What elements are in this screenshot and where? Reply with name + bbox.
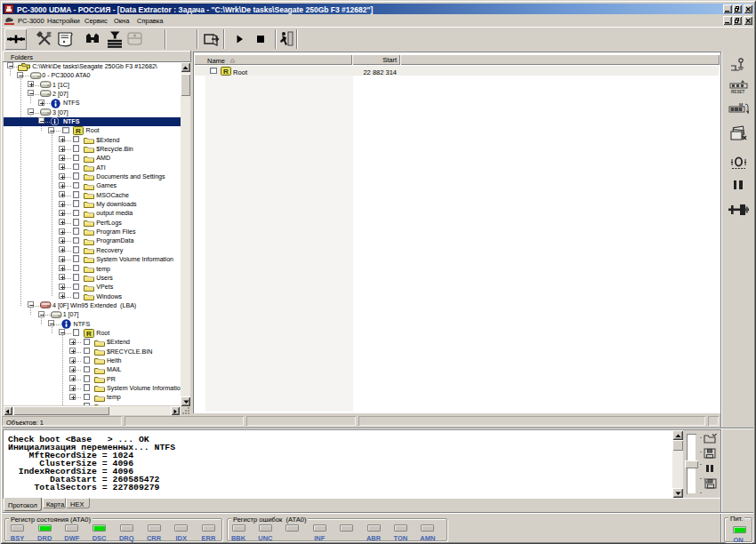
- svg-text:M: M: [739, 102, 743, 108]
- svg-text:RESET: RESET: [731, 90, 745, 94]
